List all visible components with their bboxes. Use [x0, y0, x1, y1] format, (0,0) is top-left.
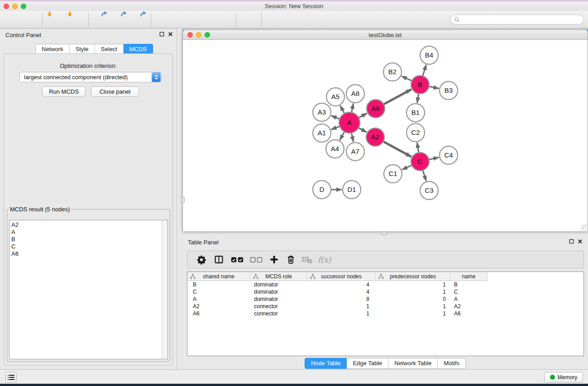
mcds-result-scrollbar[interactable]: [162, 220, 167, 359]
mcds-result-item[interactable]: A: [11, 229, 162, 236]
memory-button[interactable]: Memory: [544, 372, 583, 382]
import-network-button[interactable]: [47, 13, 62, 27]
mcds-result-item[interactable]: B: [11, 236, 162, 243]
search-input[interactable]: [460, 15, 583, 24]
close-panel-icon[interactable]: [168, 32, 173, 37]
svg-text:B2: B2: [388, 68, 397, 76]
run-mcds-button[interactable]: Run MCDS: [42, 86, 86, 97]
table-row[interactable]: Bdominator41B: [187, 281, 583, 288]
column-header-successor-nodes[interactable]: successor nodes: [307, 272, 376, 281]
export-network-button[interactable]: [92, 13, 106, 27]
horizontal-splitter-handle[interactable]: [381, 232, 387, 235]
graph-node-C[interactable]: C: [411, 152, 429, 171]
hide-panels-button[interactable]: [305, 13, 320, 27]
control-panel: Control Panel NetworkStyleSelectMCDS Opt…: [0, 29, 177, 369]
zoom-in-button[interactable]: [156, 13, 171, 27]
window-edge-handle[interactable]: [181, 197, 185, 203]
network-window-titlebar[interactable]: testGlobe.txt: [183, 30, 588, 40]
graph-node-A8[interactable]: A8: [346, 85, 364, 103]
column-header-mcds-role[interactable]: MCDS role: [250, 272, 307, 281]
tab-node-table[interactable]: Node Table: [305, 358, 347, 369]
zoom-selected-button[interactable]: [215, 13, 230, 27]
mcds-result-item[interactable]: A6: [11, 250, 162, 257]
export-image-button[interactable]: [131, 13, 145, 27]
table-header-row: shared nameMCDS rolesuccessor nodesprede…: [187, 272, 583, 281]
window-resize-grip[interactable]: [581, 224, 587, 230]
close-panel-button[interactable]: Close panel: [91, 86, 139, 97]
table-cell: B: [450, 281, 488, 288]
graph-node-A6[interactable]: A6: [367, 100, 385, 118]
column-header-predecessor-nodes[interactable]: predecessor nodes: [376, 272, 450, 281]
export-table-button[interactable]: [111, 13, 126, 27]
trash-icon: [286, 255, 296, 264]
gear-icon: [196, 255, 206, 265]
mcds-result-item[interactable]: A2: [11, 221, 162, 229]
copy-network-button[interactable]: [267, 13, 281, 27]
graph-node-A1[interactable]: A1: [313, 124, 331, 142]
graph-node-D1[interactable]: D1: [343, 181, 361, 199]
column-header-name[interactable]: name: [450, 272, 488, 281]
select-all-button[interactable]: [231, 253, 244, 267]
toolbar-separator: [88, 13, 89, 26]
svg-text:A6: A6: [372, 105, 380, 112]
graph-node-B3[interactable]: B3: [440, 81, 458, 100]
graph-node-B2[interactable]: B2: [383, 63, 402, 81]
graph-node-A7[interactable]: A7: [346, 143, 364, 161]
add-column-button[interactable]: [269, 253, 279, 267]
graph-node-A2[interactable]: A2: [366, 128, 384, 146]
checked-checkboxes-icon: [231, 257, 244, 263]
delete-table-button[interactable]: [301, 253, 312, 267]
graph-node-A4[interactable]: A4: [326, 140, 344, 158]
table-row[interactable]: Adominator80A: [187, 295, 583, 303]
split-view-button[interactable]: [214, 253, 224, 267]
graph-node-C1[interactable]: C1: [384, 165, 402, 183]
tab-motifs[interactable]: Motifs: [438, 358, 466, 369]
table-row[interactable]: A2connector11A2: [187, 303, 583, 310]
graph-node-A[interactable]: A: [339, 112, 360, 133]
show-panels-button[interactable]: [326, 13, 340, 27]
mcds-result-list: A2ABCA6: [10, 220, 162, 359]
list-icon: [7, 374, 15, 381]
task-history-button[interactable]: [5, 372, 16, 382]
graph-node-C4[interactable]: C4: [440, 146, 458, 164]
graph-node-A5[interactable]: A5: [326, 88, 344, 106]
criterion-dropdown[interactable]: largest connected component (directed): [19, 72, 162, 82]
delete-column-button[interactable]: [286, 253, 296, 267]
search-field[interactable]: [450, 14, 584, 24]
graph-node-D[interactable]: D: [313, 181, 331, 199]
table-row[interactable]: A6connector11A6: [187, 310, 583, 317]
deselect-all-button[interactable]: [250, 253, 263, 267]
close-panel-icon[interactable]: [578, 239, 583, 244]
tab-network-table[interactable]: Network Table: [388, 358, 438, 369]
zoom-fit-button[interactable]: [196, 13, 210, 27]
float-panel-icon[interactable]: [159, 32, 164, 37]
table-settings-button[interactable]: [196, 253, 206, 267]
save-session-button[interactable]: [22, 13, 37, 27]
graph-node-C2[interactable]: C2: [406, 124, 425, 142]
svg-text:A4: A4: [331, 145, 339, 152]
graph-node-B1[interactable]: B1: [406, 104, 425, 122]
svg-text:C2: C2: [411, 129, 420, 136]
tab-edge-table[interactable]: Edge Table: [347, 358, 388, 369]
refresh-view-button[interactable]: [241, 13, 255, 27]
graph-node-C3[interactable]: C3: [420, 181, 438, 200]
svg-text:C3: C3: [425, 186, 433, 194]
zoom-out-button[interactable]: [176, 13, 191, 27]
graph-node-A3[interactable]: A3: [313, 103, 331, 121]
graph-node-B4[interactable]: B4: [420, 46, 438, 64]
home-layout-button[interactable]: [286, 13, 302, 27]
svg-text:B4: B4: [425, 51, 433, 59]
import-table-button[interactable]: [67, 13, 82, 27]
float-panel-icon[interactable]: [569, 239, 574, 244]
network-canvas[interactable]: B4B2BB3A8A5A6A3B1AC2A1A2A4A7C4CC1C3DD1: [183, 40, 588, 231]
mcds-result-item[interactable]: C: [11, 243, 162, 250]
graph-node-B[interactable]: B: [411, 76, 429, 94]
open-session-button[interactable]: [4, 13, 18, 27]
table-row[interactable]: Cdominator41C: [187, 288, 583, 295]
table-panel: Table Panel: [182, 236, 588, 368]
function-builder-button[interactable]: f(x): [318, 253, 331, 267]
svg-text:A3: A3: [318, 108, 326, 116]
panel-divider[interactable]: [177, 29, 177, 369]
column-header-shared-name[interactable]: shared name: [187, 272, 250, 281]
svg-text:C4: C4: [444, 151, 453, 159]
